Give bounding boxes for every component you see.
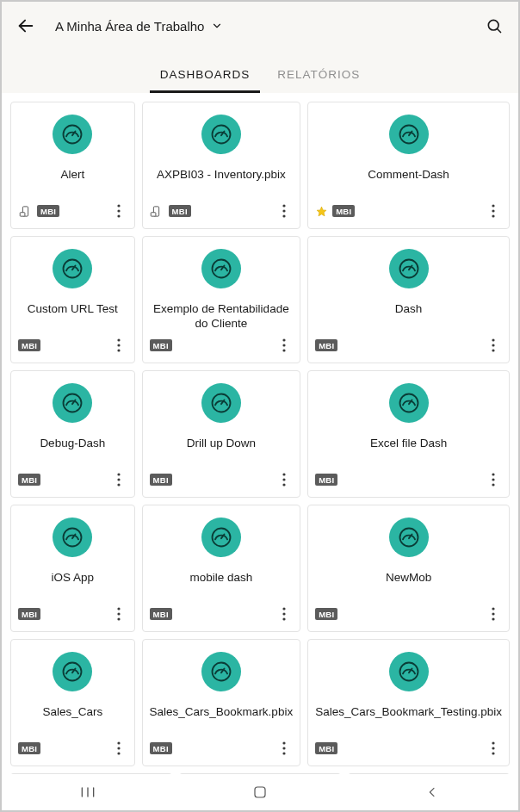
dashboard-icon-circle [53,652,92,691]
star-icon [316,206,327,217]
more-vert-icon [282,338,286,352]
dashboard-card[interactable]: AXPBI03 - Inventory.pbixMBI [142,102,301,229]
card-more-button[interactable] [485,738,502,759]
content-area: AlertMBIAXPBI03 - Inventory.pbixMBIComme… [2,93,518,774]
dashboard-card[interactable]: AlertMBI [10,102,135,229]
phone-layout-indicator [150,204,164,218]
card-footer: MBI [18,469,127,490]
nav-recents[interactable] [62,779,114,805]
svg-point-57 [117,617,120,620]
gauge-icon [397,660,421,684]
card-footer: MBI [18,738,127,759]
dashboard-card[interactable]: NewMobMBI [307,505,510,632]
dashboard-card[interactable]: Debug-DashMBI [10,370,135,498]
gauge-icon [397,122,421,146]
svg-point-9 [117,214,120,217]
home-icon [252,784,268,800]
svg-marker-19 [317,207,326,216]
dashboard-card-partial[interactable] [179,773,341,774]
dashboard-icon-circle [201,115,241,154]
card-footer: MBI [150,201,294,221]
card-more-button[interactable] [110,604,127,624]
card-more-button[interactable] [485,201,502,221]
svg-point-26 [117,344,120,346]
workspace-selector[interactable]: A Minha Área de Trabalho [55,19,223,34]
dashboard-card-partial[interactable] [10,773,172,774]
nav-home[interactable] [234,779,286,805]
svg-point-51 [492,478,494,480]
card-more-button[interactable] [110,335,127,356]
dashboard-card[interactable]: mobile dashMBI [142,505,301,632]
more-vert-icon [117,204,121,218]
dashboard-card[interactable]: Exemplo de Rentabilidade do ClienteMBI [142,236,301,363]
dashboard-card-partial[interactable] [348,773,510,774]
dashboard-icon-circle [389,518,429,557]
card-more-button[interactable] [275,469,293,490]
dashboard-card[interactable]: Drill up DownMBI [142,370,301,498]
card-more-button[interactable] [275,604,293,624]
card-more-button[interactable] [275,738,293,759]
dashboard-title: Alert [53,168,91,183]
gauge-icon [60,122,84,146]
sensitivity-badge: MBI [169,205,191,217]
svg-point-81 [492,747,494,749]
svg-point-60 [283,607,286,610]
dashboard-title: iOS App [45,571,102,586]
svg-point-25 [117,338,120,341]
sensitivity-badge: MBI [37,205,59,217]
sensitivity-badge: MBI [18,742,40,754]
svg-point-71 [117,747,120,749]
tab-dashboards[interactable]: DASHBOARDS [146,68,264,93]
more-vert-icon [117,473,121,487]
svg-point-45 [283,473,286,475]
svg-point-14 [283,204,286,207]
svg-point-75 [283,741,286,744]
card-more-button[interactable] [275,201,293,221]
card-more-button[interactable] [275,335,293,356]
dashboard-card[interactable]: Sales_CarsMBI [10,639,135,766]
dashboard-card[interactable]: Comment-DashMBI [307,102,510,229]
dashboard-card[interactable]: Sales_Cars_Bookmark_Testing.pbixMBI [307,639,510,766]
dashboard-icon-circle [389,115,429,154]
dashboard-title: Dash [388,302,430,317]
gauge-icon [209,122,233,146]
dashboard-title: Sales_Cars_Bookmark.pbix [143,705,300,720]
dashboard-card[interactable]: Excel file DashMBI [307,370,510,498]
card-more-button[interactable] [110,201,127,221]
search-button[interactable] [482,14,506,38]
gauge-icon [397,525,421,549]
sensitivity-badge: MBI [150,608,172,620]
dashboard-title: Comment-Dash [361,168,456,183]
card-footer: MBI [315,738,502,759]
svg-rect-13 [151,212,156,215]
nav-back[interactable] [406,779,458,805]
svg-point-80 [492,741,494,744]
more-vert-icon [492,338,495,352]
card-more-button[interactable] [110,469,127,490]
back-button[interactable] [14,14,38,38]
dashboard-icon-circle [53,518,92,557]
gauge-icon [209,660,233,684]
card-more-button[interactable] [110,738,127,759]
chevron-down-icon [211,20,223,32]
svg-point-50 [492,473,494,475]
app-header: A Minha Área de Trabalho [2,2,518,50]
card-more-button[interactable] [485,604,502,624]
svg-point-32 [283,349,286,351]
svg-line-2 [498,29,501,33]
more-vert-icon [117,741,121,755]
tab-reports[interactable]: RELATÓRIOS [263,68,374,93]
dashboard-card[interactable]: iOS AppMBI [10,505,135,632]
dashboard-icon-circle [201,518,241,557]
card-more-button[interactable] [485,335,502,356]
sensitivity-badge: MBI [150,474,172,486]
dashboard-card[interactable]: Custom URL TestMBI [10,236,135,363]
more-vert-icon [117,338,121,352]
dashboard-card[interactable]: DashMBI [307,236,510,363]
dashboard-card[interactable]: Sales_Cars_Bookmark.pbixMBI [142,639,301,766]
card-footer: MBI [315,604,502,624]
card-more-button[interactable] [485,469,502,490]
svg-point-42 [117,483,120,486]
svg-point-41 [117,478,120,480]
dashboard-title: Sales_Cars [35,705,109,720]
